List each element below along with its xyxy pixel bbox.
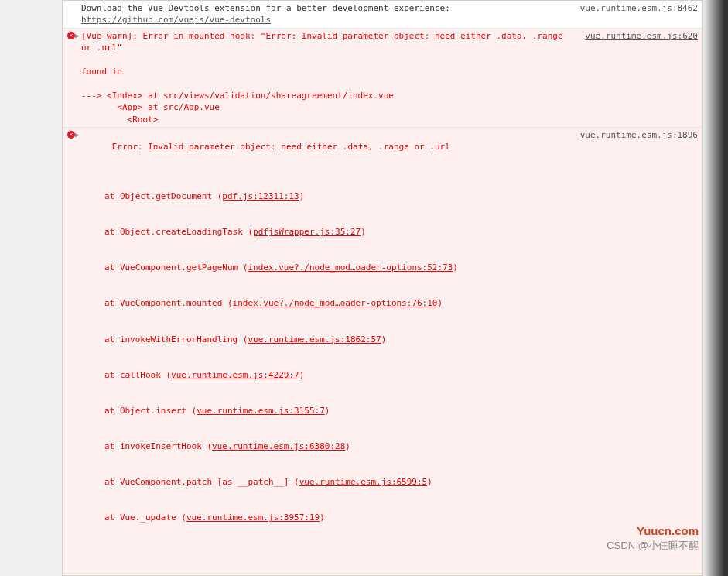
source-link[interactable]: vue.runtime.esm.js:620	[585, 30, 698, 42]
stack-link[interactable]: index.vue?./node_mod…oader-options:52:73	[248, 262, 453, 273]
console-log-entry[interactable]: Download the Vue Devtools extension for …	[63, 1, 702, 28]
stack-link[interactable]: vue.runtime.esm.js:4229:7	[171, 370, 299, 380]
console-error-entry[interactable]: ✕ ▶ [Vue warn]: Error in mounted hook: "…	[63, 28, 702, 127]
stack-frame: at callHook (vue.runtime.esm.js:4229:7)	[104, 369, 568, 381]
stack-frame: at VueComponent.mounted (index.vue?./nod…	[104, 297, 568, 309]
stack-frame: at invokeWithErrorHandling (vue.runtime.…	[104, 334, 568, 345]
stack-frame: at invokeInsertHook (vue.runtime.esm.js:…	[104, 441, 568, 452]
stack-link[interactable]: vue.runtime.esm.js:3957:19	[186, 513, 320, 523]
stack-frame: at Vue._update (vue.runtime.esm.js:3957:…	[104, 512, 568, 523]
stack-link[interactable]: pdfjsWrapper.js:35:27	[253, 227, 361, 237]
page-gutter-right	[703, 0, 728, 576]
stack-trace: at Object.getDocument (pdf.js:12311:13) …	[81, 166, 568, 548]
console-message: Download the Vue Devtools extension for …	[81, 2, 574, 26]
devtools-console[interactable]: Download the Vue Devtools extension for …	[62, 0, 703, 576]
devtools-link[interactable]: https://github.com/vuejs/vue-devtools	[81, 15, 271, 25]
console-error-entry[interactable]: ✕ ▶ Error: Invalid parameter object: nee…	[63, 127, 702, 573]
stack-link[interactable]: vue.runtime.esm.js:1862:57	[248, 334, 381, 345]
stack-frame: at Object.insert (vue.runtime.esm.js:315…	[104, 405, 568, 417]
stack-link[interactable]: pdf.js:12311:13	[222, 191, 299, 201]
source-link[interactable]: vue.runtime.esm.js:1896	[580, 129, 698, 141]
stack-link[interactable]: vue.runtime.esm.js:6380:28	[212, 441, 345, 451]
stack-frame: at VueComponent.patch [as __patch__] (vu…	[104, 476, 568, 488]
console-warning-entry[interactable]: DevTools failed to load source map: Coul…	[63, 573, 702, 576]
expand-toggle[interactable]: ▶	[75, 31, 79, 41]
stack-frame: at Object.getDocument (pdf.js:12311:13)	[104, 190, 568, 202]
stack-frame: at VueComponent.getPageNum (index.vue?./…	[104, 262, 568, 273]
console-message: [Vue warn]: Error in mounted hook: "Erro…	[81, 30, 579, 125]
stack-frame: at Object.createLoadingTask (pdfjsWrappe…	[104, 226, 568, 238]
page-gutter-left	[0, 0, 62, 576]
source-link[interactable]: vue.runtime.esm.js:8462	[580, 2, 698, 14]
expand-toggle[interactable]: ▶	[75, 130, 79, 140]
stack-link[interactable]: vue.runtime.esm.js:6599:5	[299, 477, 428, 487]
console-message: Error: Invalid parameter object: need ei…	[81, 129, 574, 571]
stack-link[interactable]: vue.runtime.esm.js:3155:7	[197, 406, 325, 416]
stack-link[interactable]: index.vue?./node_mod…oader-options:76:10	[233, 298, 438, 308]
